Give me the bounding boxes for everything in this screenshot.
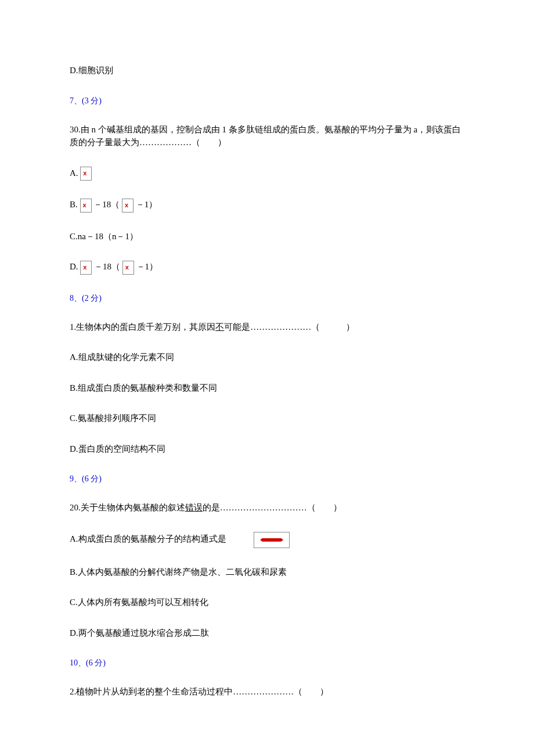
stem-underline: 错误 — [185, 503, 203, 512]
stem-underline: 不 — [215, 322, 224, 332]
broken-image-icon — [122, 261, 134, 275]
option-label: D. — [70, 262, 78, 271]
broken-image-icon — [122, 199, 134, 213]
q7-option-d: D. －18（ －1） — [70, 260, 464, 275]
exam-page: D.细胞识别 7、(3 分) 30.由 n 个碱基组成的基因，控制合成由 1 条… — [0, 0, 534, 756]
broken-image-icon — [80, 167, 92, 181]
q6-option-d: D.细胞识别 — [70, 64, 464, 77]
q7-option-a: A. — [70, 167, 464, 181]
option-text: －1） — [136, 200, 158, 209]
stem-text: 的是…………………………（ ） — [203, 503, 342, 512]
q7-header: 7、(3 分) — [70, 95, 464, 107]
q9-option-d: D.两个氨基酸通过脱水缩合形成二肽 — [70, 627, 464, 640]
stem-text: 1.生物体内的蛋白质千差万别，其原因 — [70, 322, 215, 332]
q8-option-c: C.氨基酸排列顺序不同 — [70, 412, 464, 425]
option-text: －18（ — [93, 200, 120, 209]
option-label: A. — [70, 168, 78, 178]
q7-option-b: B. －18（ －1） — [70, 198, 464, 213]
q10-stem: 2.植物叶片从幼到老的整个生命活动过程中…………………（ ） — [70, 685, 464, 699]
q7-stem: 30.由 n 个碱基组成的基因，控制合成由 1 条多肽链组成的蛋白质。氨基酸的平… — [70, 123, 464, 149]
option-text: －1） — [136, 262, 158, 271]
option-label: B. — [70, 200, 78, 209]
q8-option-d: D.蛋白质的空间结构不同 — [70, 442, 464, 456]
option-text: －18（ — [94, 262, 120, 271]
q10-header: 10、(6 分) — [70, 657, 464, 669]
q9-option-a: A.构成蛋白质的氨基酸分子的结构通式是 — [70, 532, 464, 548]
broken-image-icon — [254, 532, 290, 548]
q9-option-c: C.人体内所有氨基酸均可以互相转化 — [70, 596, 464, 609]
broken-image-icon — [80, 261, 92, 275]
q9-header: 9、(6 分) — [70, 473, 464, 485]
option-text: A.构成蛋白质的氨基酸分子的结构通式是 — [70, 534, 226, 543]
q9-option-b: B.人体内氨基酸的分解代谢终产物是水、二氧化碳和尿素 — [70, 566, 464, 579]
q8-option-a: A.组成肽键的化学元素不同 — [70, 351, 464, 364]
broken-image-icon — [80, 199, 92, 213]
q7-option-c: C.na－18（n－1） — [70, 230, 464, 243]
stem-text: 20.关于生物体内氨基酸的叙述 — [70, 503, 185, 512]
q9-stem: 20.关于生物体内氨基酸的叙述错误的是…………………………（ ） — [70, 501, 464, 514]
q8-stem: 1.生物体内的蛋白质千差万别，其原因不可能是…………………（ ） — [70, 321, 464, 334]
stem-text: 可能是…………………（ ） — [224, 322, 355, 332]
q8-option-b: B.组成蛋白质的氨基酸种类和数量不同 — [70, 381, 464, 395]
q8-header: 8、(2 分) — [70, 292, 464, 304]
